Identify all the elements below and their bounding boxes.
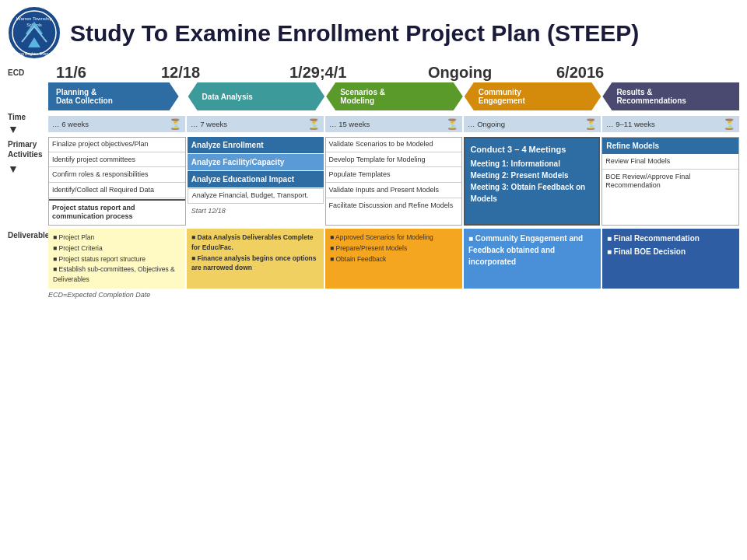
act-3-1: Validate Scenarios to be Modeled [326,138,462,152]
deliverable-col-2: ■ Data Analysis Deliverables Complete fo… [187,229,324,289]
time-row: Time ▼ … 6 weeks ⏳ … 7 weeks ⏳ … 15 week… [8,113,739,135]
activity-col-5: Refine Models Review Final Models BOE Re… [601,137,739,226]
act-3-5: Facilitate Discussion and Refine Models [326,199,462,213]
act-2-2: Analyze Facility/Capacity [188,154,324,170]
activity-col-2: Analyze Enrollment Analyze Facility/Capa… [188,137,324,226]
primary-activities-label: PrimaryActivities [8,139,48,159]
phase-5-label: Results & Recommendations [616,88,686,105]
duration-3-text: … 15 weeks [329,120,370,128]
deliv-4-1: ■ Community Engagement and Feedback obta… [468,233,596,268]
act-5-2: Review Final Models [602,155,738,170]
logo: Warren Township Schools Shining Brighter… [6,5,62,61]
act-1-3: Confirm roles & responsibilities [49,168,185,183]
act-5-1: Refine Models [602,138,738,154]
deliv-1-2: ■ Project Criteria [53,243,181,254]
community-meetings-box: Conduct 3 – 4 Meetings Meeting 1: Inform… [464,137,600,226]
duration-5: … 9–11 weeks ⏳ [602,116,739,132]
deliv-5-1: ■ Final Recommendation [607,233,735,244]
header: Warren Township Schools Shining Brighter… [0,0,747,64]
meeting1-text: Meeting 1: Informational [470,158,594,170]
deliv-1-2-text: Project Criteria [59,244,103,252]
duration-3: … 15 weeks ⏳ [325,116,462,132]
act-3-4: Validate Inputs and Present Models [326,184,462,198]
act-1-1: Finalize project objectives/Plan [49,138,185,152]
deliv-1-4-text: Establish sub-committees, Objectives & D… [53,265,175,283]
activity-col-4: Conduct 3 – 4 Meetings Meeting 1: Inform… [464,137,600,226]
deliverable-col-5: ■ Final Recommendation ■ Final BOE Decis… [602,229,739,289]
ecd-dates-row: 11/6 12/18 1/29;4/1 Ongoing 6/2016 [48,64,739,82]
hourglass-5-icon: ⏳ [723,118,735,130]
svg-text:Warren Township: Warren Township [16,16,53,21]
deliv-3-1-text: Approved Scenarios for Modeling [335,233,433,241]
ecd-date-4: Ongoing [428,64,556,82]
phase-2-label: Data Analysis [202,93,253,101]
hourglass-1-icon: ⏳ [169,118,181,130]
ecd-date-5: 6/2016 [556,64,739,82]
duration-2-text: … 7 weeks [191,120,227,128]
phase-4-label: Community Engagement [479,88,525,105]
phase-2: Data Analysis [188,82,325,110]
duration-4-text: … Ongoing [468,120,505,128]
activities-label-wrap: PrimaryActivities ▼ [8,137,48,175]
deliv-3-3: ■ Obtain Feedback [330,254,458,264]
time-label: Time [8,113,48,121]
deliv-3-2: ■ Prepare/Present Models [330,243,458,254]
hourglass-3-icon: ⏳ [446,118,458,130]
duration-1-text: … 6 weeks [52,120,89,128]
ecd-date-3: 1/29;4/1 [289,64,428,82]
deliverable-col-3: ■ Approved Scenarios for Modeling ■ Prep… [325,229,462,289]
hourglass-2-icon: ⏳ [307,118,320,130]
phase-3: Scenarios & Modeling [326,82,463,110]
deliv-1-1-text: Project Plan [59,233,95,241]
deliv-3-2-text: Prepare/Present Models [336,244,408,252]
deliv-4-1-text: Community Engagement and Feedback obtain… [468,234,583,266]
phase-5: Results & Recommendations [602,82,739,110]
activities-columns: Finalize project objectives/Plan Identif… [48,137,739,226]
act-3-2: Develop Template for Modeling [326,153,462,168]
ecd-label: ECD [8,68,48,77]
act-1-5: Project status report and communication … [49,199,185,225]
duration-5-text: … 9–11 weeks [606,120,655,128]
deliverables-label: Deliverables [8,229,48,240]
deliv-1-4: ■ Establish sub-committees, Objectives &… [53,264,181,285]
phases-row: Planning & Data Collection Data Analysis… [48,82,739,110]
deliv-2-1: ■ Data Analysis Deliverables Complete fo… [191,233,319,253]
deliv-5-1-text: Final Recommendation [614,234,700,243]
act-2-3: Analyze Educational Impact [188,171,324,187]
act-5-3: BOE Review/Approve Final Recommendation [602,170,738,193]
act-1-4: Identify/Collect all Required Data [49,184,185,198]
duration-1: … 6 weeks ⏳ [48,116,185,132]
act-2-1: Analyze Enrollment [188,137,324,153]
time-label-wrap: Time ▼ [8,113,48,135]
meeting2-text: Meeting 2: Present Models [470,170,594,181]
phase-1-label: Planning & Data Collection [56,88,113,105]
main-content: ECD 11/6 12/18 1/29;4/1 Ongoing 6/2016 P… [0,64,747,299]
deliv-1-3: ■ Project status report structure [53,254,181,264]
meeting3-text: Meeting 3: Obtain Feedback on Models [470,181,594,205]
deliv-5-2: ■ Final BOE Decision [607,246,735,257]
deliv-3-3-text: Obtain Feedback [336,255,387,263]
activity-col-1: Finalize project objectives/Plan Identif… [48,137,186,226]
primary-activities-arrow-icon: ▼ [8,163,48,175]
deliv-2-2-text: Finance analysis begins once options are… [191,254,317,272]
deliverable-col-1: ■ Project Plan ■ Project Criteria ■ Proj… [48,229,185,289]
hourglass-4-icon: ⏳ [584,118,597,130]
durations-row: … 6 weeks ⏳ … 7 weeks ⏳ … 15 weeks ⏳ … O… [48,116,739,132]
down-arrow-icon: ▼ [8,123,48,135]
deliverables-columns: ■ Project Plan ■ Project Criteria ■ Proj… [48,229,739,289]
deliv-3-1: ■ Approved Scenarios for Modeling [330,233,458,243]
phase-1: Planning & Data Collection [48,82,179,110]
deliv-5-2-text: Final BOE Decision [614,247,686,256]
act-2-5: Start 12/18 [188,205,324,219]
act-1-2: Identify project committees [49,153,185,168]
phase-4: Community Engagement [465,82,601,110]
deliv-1-1: ■ Project Plan [53,233,181,243]
deliverables-section: Deliverables ■ Project Plan ■ Project Cr… [8,229,739,289]
page-title: Study To Examine Enrollment Project Plan… [70,20,639,46]
phase-3-label: Scenarios & Modeling [340,88,385,105]
deliv-2-2: ■ Finance analysis begins once options a… [191,254,319,274]
duration-2: … 7 weeks ⏳ [187,116,324,132]
activities-section: PrimaryActivities ▼ Finalize project obj… [8,137,739,226]
ecd-date-1: 11/6 [48,64,161,82]
act-2-4: Analyze Financial, Budget, Transport. [188,188,324,204]
